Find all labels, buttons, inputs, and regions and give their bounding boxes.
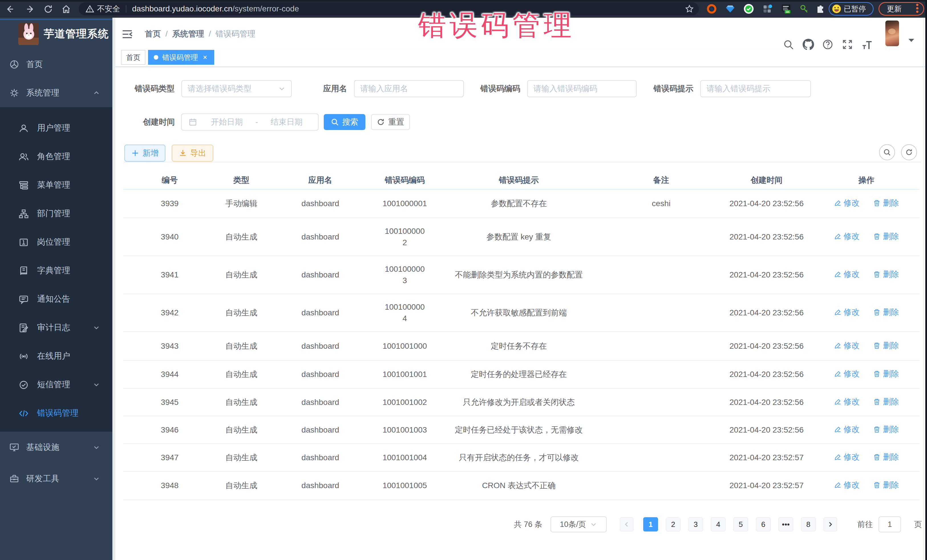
next-page-button[interactable] xyxy=(824,517,837,531)
content-scrollbar-track[interactable] xyxy=(923,18,924,560)
page-size-select[interactable]: 10条/页 xyxy=(550,516,607,532)
page-button-6[interactable]: 6 xyxy=(756,517,771,531)
sidebar-logo-row[interactable]: 芋道管理系统 xyxy=(0,22,112,50)
table-search-toggle-button[interactable] xyxy=(879,144,895,160)
tag-errorcode-active[interactable]: 错误码管理 xyxy=(148,50,214,65)
edit-link[interactable]: 修改 xyxy=(834,396,860,407)
browser-reload-button[interactable] xyxy=(43,4,53,14)
page-button-5[interactable]: 5 xyxy=(733,517,748,531)
sidebar-scrollbar[interactable] xyxy=(112,18,115,560)
avatar-caret-icon[interactable] xyxy=(907,38,915,43)
page-more-button[interactable]: ••• xyxy=(778,517,793,531)
hamburger-icon[interactable] xyxy=(122,29,133,40)
breadcrumb-home[interactable]: 首页 xyxy=(145,29,161,39)
sidebar-item-sms[interactable]: 短信管理 xyxy=(0,370,112,399)
sidebar-item-depts[interactable]: 部门管理 xyxy=(0,199,112,228)
sidebar-item-dict[interactable]: 字典管理 xyxy=(0,256,112,285)
browser-home-button[interactable] xyxy=(61,4,71,14)
security-label[interactable]: 不安全 xyxy=(97,4,120,14)
delete-link[interactable]: 删除 xyxy=(873,197,899,209)
font-size-icon[interactable] xyxy=(862,39,873,50)
sidebar-item-online[interactable]: 在线用户 xyxy=(0,342,112,370)
extension-puzzle-icon[interactable] xyxy=(815,4,825,14)
sidebar-item-posts[interactable]: 岗位管理 xyxy=(0,228,112,256)
github-icon[interactable] xyxy=(802,39,814,50)
column-header-remark[interactable]: 备注 xyxy=(602,171,720,189)
page-button-4[interactable]: 4 xyxy=(711,517,726,531)
sidebar-item-menus[interactable]: 菜单管理 xyxy=(0,171,112,199)
sidebar-item-infra[interactable]: 基础设施 xyxy=(0,432,112,463)
delete-link[interactable]: 删除 xyxy=(873,479,899,491)
sidebar-item-home[interactable]: 首页 xyxy=(0,50,112,79)
daterange-end-placeholder[interactable]: 结束日期 xyxy=(260,117,313,127)
delete-link[interactable]: 删除 xyxy=(873,340,899,351)
delete-link[interactable]: 删除 xyxy=(873,396,899,407)
page-button-3[interactable]: 3 xyxy=(688,517,703,531)
column-header-time[interactable]: 创建时间 xyxy=(720,171,813,189)
edit-link[interactable]: 修改 xyxy=(834,340,860,351)
column-header-code[interactable]: 错误码编码 xyxy=(374,171,435,189)
address-bar[interactable]: 不安全 dashboard.yudao.iocoder.cn/system/er… xyxy=(79,2,699,15)
edit-link[interactable]: 修改 xyxy=(834,197,860,209)
user-avatar[interactable] xyxy=(885,21,899,46)
filter-hint-field[interactable] xyxy=(700,80,811,97)
filter-hint-input[interactable] xyxy=(707,84,805,93)
profile-paused-badge[interactable]: 已暂停 xyxy=(828,2,874,16)
extension-gem-icon[interactable] xyxy=(725,4,736,14)
edit-link[interactable]: 修改 xyxy=(834,479,860,491)
filter-code-input[interactable] xyxy=(533,84,631,93)
column-header-app[interactable]: 应用名 xyxy=(266,171,374,189)
edit-link[interactable]: 修改 xyxy=(834,451,860,463)
edit-link[interactable]: 修改 xyxy=(834,307,860,318)
extension-key-icon[interactable] xyxy=(799,4,809,14)
edit-link[interactable]: 修改 xyxy=(834,424,860,435)
delete-link[interactable]: 删除 xyxy=(873,451,899,463)
reset-button[interactable]: 重置 xyxy=(371,114,410,130)
header-search-icon[interactable] xyxy=(783,39,794,50)
tag-close-icon[interactable] xyxy=(202,54,208,61)
breadcrumb-section[interactable]: 系统管理 xyxy=(172,29,204,39)
prev-page-button[interactable] xyxy=(620,517,634,531)
table-refresh-button[interactable] xyxy=(901,144,917,160)
page-jump-input[interactable] xyxy=(878,516,901,532)
filter-app-input[interactable] xyxy=(360,84,457,93)
daterange-start-placeholder[interactable]: 开始日期 xyxy=(200,117,254,127)
extension-list-on-icon[interactable]: on xyxy=(781,4,792,14)
help-icon[interactable] xyxy=(822,39,833,50)
add-button[interactable]: 新增 xyxy=(125,144,166,162)
edit-link[interactable]: 修改 xyxy=(834,269,860,280)
page-button-8[interactable]: 8 xyxy=(801,517,816,531)
sidebar-item-devtools[interactable]: 研发工具 xyxy=(0,463,112,495)
column-header-type[interactable]: 类型 xyxy=(216,171,266,189)
extension-orange-ring-icon[interactable] xyxy=(707,4,717,14)
filter-daterange-picker[interactable]: 开始日期 - 结束日期 xyxy=(181,114,319,131)
sidebar-item-auditlog[interactable]: 审计日志 xyxy=(0,313,112,342)
bookmark-star-icon[interactable] xyxy=(685,4,694,14)
extension-green-check-icon[interactable] xyxy=(744,4,754,14)
filter-type-input[interactable] xyxy=(188,84,278,93)
browser-menu-icon[interactable] xyxy=(916,4,919,14)
search-button[interactable]: 搜索 xyxy=(324,114,365,130)
sidebar-item-notice[interactable]: 通知公告 xyxy=(0,285,112,313)
delete-link[interactable]: 删除 xyxy=(873,368,899,379)
delete-link[interactable]: 删除 xyxy=(873,307,899,318)
edit-link[interactable]: 修改 xyxy=(834,231,860,242)
column-header-ops[interactable]: 操作 xyxy=(813,171,919,189)
sidebar-item-system[interactable]: 系统管理 xyxy=(0,79,112,107)
filter-code-field[interactable] xyxy=(527,80,637,97)
export-button[interactable]: 导出 xyxy=(172,144,213,162)
delete-link[interactable]: 删除 xyxy=(873,269,899,280)
column-header-id[interactable]: 编号 xyxy=(123,171,216,189)
page-button-2[interactable]: 2 xyxy=(666,517,681,531)
delete-link[interactable]: 删除 xyxy=(873,424,899,435)
tag-home[interactable]: 首页 xyxy=(121,50,146,65)
page-url[interactable]: dashboard.yudao.iocoder.cn/system/error-… xyxy=(132,4,685,14)
edit-link[interactable]: 修改 xyxy=(834,368,860,379)
fullscreen-icon[interactable] xyxy=(842,39,853,50)
filter-app-field[interactable] xyxy=(354,80,464,97)
sidebar-item-users[interactable]: 用户管理 xyxy=(0,114,112,142)
sidebar-item-roles[interactable]: 角色管理 xyxy=(0,142,112,171)
sidebar-item-errorcode[interactable]: 错误码管理 xyxy=(0,399,112,427)
filter-type-select[interactable] xyxy=(181,80,292,97)
browser-forward-button[interactable] xyxy=(25,4,36,14)
